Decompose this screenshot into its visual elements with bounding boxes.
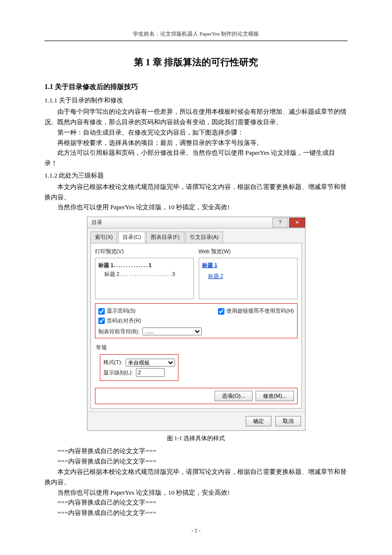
close-button[interactable]: ✕ [289,218,305,228]
general-label: 常规 [96,343,298,352]
tab-citations[interactable]: 引文目录(A) [185,231,223,243]
dialog-titlebar: 目录 ? ✕ [87,217,305,229]
paragraph: 本文内容已根据本校论文格式规范排版完毕，请撰写论文内容，根据自己需要更换标题、增… [44,182,348,203]
cancel-button[interactable]: 取消 [275,416,301,426]
paragraph: ===内容替换成自己的论文文字=== [44,457,348,467]
preview-h1: 标题 1 [98,262,114,268]
page-header: 学生姓名：论文排版机器人 PaperYes 制作的论文模板 [44,30,348,39]
leader-select[interactable]: ...... [142,327,202,335]
options-highlight-2: 格式(T): 来自模板 显示级别(L): [100,354,178,381]
options-button[interactable]: 选项(O)... [215,391,253,401]
format-select[interactable]: 来自模板 [126,359,175,367]
section-1-1: 1.1 关于目录修改后的排版技巧 [44,82,348,92]
print-preview-box: 标题 1..............1 标题 2................… [95,258,194,299]
options-highlight-1: 显示页码(S) 页码右对齐(R) 制表符前导符(B): ...... 使用超链接… [95,303,298,338]
print-preview-label: 打印预览(V) [95,247,194,256]
web-link-1[interactable]: 标题 1 [202,261,294,270]
preview-h2-page: 3 [172,271,175,277]
preview-h2: 标题 2 [104,271,120,277]
ok-button[interactable]: 确定 [246,416,271,426]
toc-dialog: 目录 ? ✕ 索引(X) 目录(C) 图表目录(F) 引文目录(A) 打印预览(… [87,217,305,431]
web-preview-box: 标题 1 标题 2 [199,258,298,299]
tab-index[interactable]: 索引(X) [90,231,118,243]
figure-caption: 图 1-1 选择具体的样式 [44,434,348,443]
paragraph: ===内容替换成自己的论文文字=== [44,508,348,518]
dialog-tabs: 索引(X) 目录(C) 图表目录(F) 引文目录(A) [87,229,305,243]
checkbox-show-pages[interactable]: 显示页码(S) [98,307,209,316]
dialog-title: 目录 [91,218,102,227]
checkbox-label: 使用超链接而不使用页码(H) [226,307,294,316]
paragraph: 由于每个同学写出的论文内容有一些差异，所以在使用本模板时候会有部分增加、减少标题… [44,107,348,128]
paragraph: 此方法可以引用标题和页码，小部分修改目录。当然你也可以使用 PaperYes 论… [44,148,348,169]
web-link-2[interactable]: 标题 2 [202,272,294,281]
checkbox-label: 显示页码(S) [107,307,136,316]
paragraph: 当然你也可以使用 PaperYes 论文排版，10 秒搞定，安全高效! [44,202,348,213]
format-label: 格式(T): [103,358,123,367]
web-preview-label: Web 预览(W) [199,247,298,256]
paragraph: ===内容替换成自己的论文文字=== [44,446,348,457]
section-1-1-2: 1.1.2 此处为三级标题 [44,171,348,181]
paragraph: 本文内容已根据本校论文格式规范排版完毕，请撰写论文内容，根据自己需要更换标题、增… [44,467,348,488]
checkbox-right-align[interactable]: 页码右对齐(R) [98,317,209,325]
help-button[interactable]: ? [272,218,288,228]
paragraph: ===内容替换成自己的论文文字=== [44,498,348,508]
paragraph: 第一种：自动生成目录。在修改完论文内容后，如下图选择步骤： [44,128,348,138]
tab-figures[interactable]: 图表目录(F) [146,231,184,243]
tab-toc[interactable]: 目录(C) [118,231,145,243]
page-number: - 2 - [0,526,392,535]
levels-label: 显示级别(L): [103,369,133,377]
checkbox-hyperlink[interactable]: 使用超链接而不使用页码(H) [218,307,294,316]
preview-h1-page: 1 [148,262,151,268]
paragraph: 当然你也可以使用 PaperYes 论文排版，10 秒搞定，安全高效! [44,488,348,498]
header-divider [44,41,348,41]
checkbox-label: 页码右对齐(R) [107,317,141,325]
options-highlight-3: 选项(O)... 修改(M)... [95,388,298,404]
modify-button[interactable]: 修改(M)... [256,391,294,401]
leader-label: 制表符前导符(B): [98,327,140,336]
section-1-1-1: 1.1.1 关于目录的制作和修改 [44,95,348,106]
chapter-title: 第 1 章 排版算法的可行性研究 [44,55,348,70]
paragraph: 再根据学校要求，选择具体的项目；最后，调整目录的字体字号段落等。 [44,138,348,148]
levels-input[interactable] [136,368,165,377]
